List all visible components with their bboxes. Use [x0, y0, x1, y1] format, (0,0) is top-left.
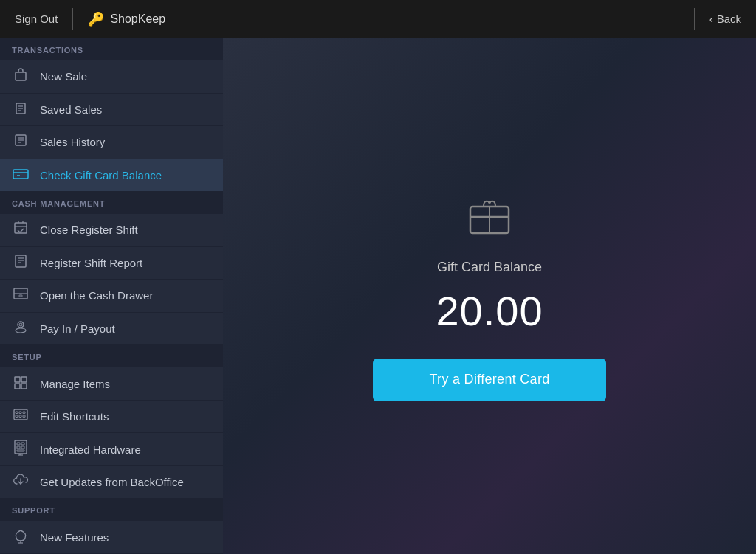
manage-items-label: Manage Items [40, 378, 110, 390]
sidebar-item-get-updates[interactable]: Get Updates from BackOffice [0, 466, 223, 499]
close-register-label: Close Register Shift [40, 224, 138, 236]
svg-rect-16 [16, 255, 26, 267]
svg-rect-27 [21, 377, 27, 382]
sidebar-item-check-gift-card[interactable]: Check Gift Card Balance [0, 159, 223, 193]
svg-rect-42 [17, 450, 24, 451]
svg-rect-36 [23, 415, 25, 418]
gift-card-balance-label: Gift Card Balance [437, 260, 542, 275]
sidebar-item-cash-drawer[interactable]: Open the Cash Drawer [0, 280, 223, 313]
history-icon [12, 133, 30, 151]
gift-card-icon [12, 167, 30, 183]
manage-items-icon [12, 375, 30, 393]
svg-rect-26 [15, 377, 20, 382]
topbar-divider-right [694, 8, 695, 30]
svg-rect-29 [21, 384, 27, 389]
edit-shortcuts-label: Edit Shortcuts [40, 410, 109, 423]
sidebar-item-sales-history[interactable]: Sales History [0, 126, 223, 159]
bag-icon [12, 67, 30, 86]
new-features-icon [12, 527, 30, 547]
svg-point-24 [19, 323, 22, 326]
svg-rect-39 [21, 443, 24, 445]
cloud-icon [12, 474, 30, 491]
new-features-label: New Features [40, 531, 109, 544]
gift-card-balance-value: 20.00 [436, 287, 543, 335]
main-area: TRANSACTIONS New Sale Saved Sales [0, 38, 756, 554]
svg-rect-38 [17, 443, 20, 445]
integrated-hardware-icon [12, 440, 30, 460]
svg-rect-35 [19, 415, 21, 418]
svg-point-23 [18, 322, 24, 328]
svg-rect-34 [16, 415, 18, 418]
gift-card-icon-large [466, 192, 513, 242]
sidebar: TRANSACTIONS New Sale Saved Sales [0, 38, 223, 554]
svg-rect-33 [23, 412, 25, 414]
brand-name: ShopKeep [110, 13, 165, 26]
signout-button[interactable]: Sign Out [15, 13, 58, 25]
sidebar-item-integrated-hardware[interactable]: Integrated Hardware [0, 433, 223, 466]
close-register-icon [12, 221, 30, 239]
sidebar-item-new-features[interactable]: New Features [0, 521, 223, 554]
topbar-divider-left [72, 8, 73, 30]
pay-in-out-icon [12, 319, 30, 338]
svg-rect-30 [14, 409, 27, 420]
svg-rect-41 [21, 446, 24, 449]
svg-rect-32 [19, 412, 21, 414]
sales-history-label: Sales History [40, 136, 105, 148]
svg-rect-40 [17, 446, 20, 449]
sidebar-item-edit-shortcuts[interactable]: Edit Shortcuts [0, 401, 223, 434]
back-label: Back [717, 13, 741, 25]
sidebar-item-new-sale[interactable]: New Sale [0, 60, 223, 94]
content-area: Gift Card Balance 20.00 Try a Different … [223, 38, 756, 554]
sidebar-item-close-register[interactable]: Close Register Shift [0, 214, 223, 247]
svg-rect-0 [16, 72, 26, 80]
back-button[interactable]: ‹ Back [709, 13, 741, 25]
sidebar-section-cash: CASH MANAGEMENT [0, 192, 223, 214]
svg-point-25 [16, 328, 26, 333]
new-sale-label: New Sale [40, 70, 87, 83]
integrated-hardware-label: Integrated Hardware [40, 443, 141, 456]
saved-sales-label: Saved Sales [40, 103, 102, 116]
sidebar-section-support: SUPPORT [0, 499, 223, 521]
register-report-label: Register Shift Report [40, 257, 142, 269]
sidebar-section-setup: SETUP [0, 345, 223, 367]
cash-drawer-label: Open the Cash Drawer [40, 289, 153, 302]
shopkeep-icon: 🔑 [88, 11, 104, 27]
clipboard-icon [12, 100, 30, 119]
try-different-card-button[interactable]: Try a Different Card [373, 359, 606, 401]
pay-in-out-label: Pay In / Payout [40, 322, 115, 335]
sidebar-item-manage-items[interactable]: Manage Items [0, 367, 223, 401]
svg-point-51 [488, 201, 491, 204]
edit-shortcuts-icon [12, 409, 30, 424]
svg-rect-9 [13, 170, 28, 179]
svg-rect-22 [19, 295, 22, 297]
svg-rect-31 [16, 412, 18, 414]
register-report-icon [12, 254, 30, 272]
sidebar-item-saved-sales[interactable]: Saved Sales [0, 94, 223, 127]
sidebar-item-pay-in-out[interactable]: Pay In / Payout [0, 313, 223, 346]
topbar: Sign Out 🔑 ShopKeep ‹ Back [0, 0, 756, 38]
sidebar-section-transactions: TRANSACTIONS [0, 38, 223, 60]
back-chevron-icon: ‹ [709, 13, 713, 25]
check-gift-card-label: Check Gift Card Balance [40, 169, 162, 181]
gift-card-panel: Gift Card Balance 20.00 Try a Different … [373, 192, 606, 401]
svg-rect-28 [15, 384, 20, 389]
cash-drawer-icon [12, 287, 30, 304]
sidebar-item-register-report[interactable]: Register Shift Report [0, 247, 223, 280]
topbar-brand: 🔑 ShopKeep [88, 11, 693, 27]
get-updates-label: Get Updates from BackOffice [40, 476, 184, 488]
